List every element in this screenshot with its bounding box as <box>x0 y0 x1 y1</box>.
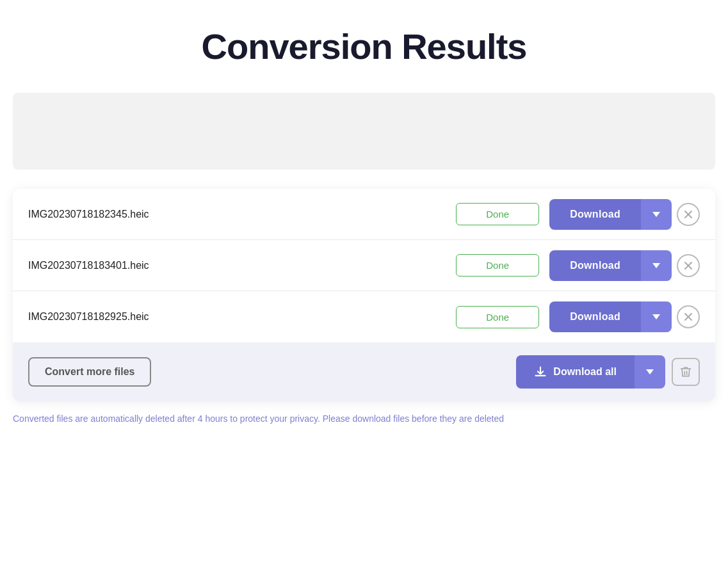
file-row: IMG20230718182925.heic Done Download <box>13 291 715 342</box>
chevron-down-icon <box>652 263 660 268</box>
chevron-down-icon <box>646 369 654 374</box>
done-badge-0: Done <box>456 203 539 225</box>
download-all-chevron-button[interactable] <box>635 355 665 389</box>
privacy-notice: Converted files are automatically delete… <box>13 412 715 426</box>
download-button-0[interactable]: Download <box>549 199 641 230</box>
results-card: IMG20230718182345.heic Done Download IMG… <box>13 189 715 401</box>
close-button-1[interactable] <box>677 254 700 277</box>
delete-all-button[interactable] <box>672 358 700 386</box>
page-wrapper: Conversion Results IMG20230718182345.hei… <box>0 0 728 451</box>
footer-row: Convert more files Download all <box>13 342 715 401</box>
download-all-group: Download all <box>516 355 700 389</box>
file-row: IMG20230718182345.heic Done Download <box>13 189 715 240</box>
close-icon <box>684 261 693 270</box>
trash-icon <box>679 365 692 378</box>
download-all-button[interactable]: Download all <box>516 355 635 389</box>
close-button-2[interactable] <box>677 305 700 328</box>
convert-more-button[interactable]: Convert more files <box>28 357 151 387</box>
file-row: IMG20230718183401.heic Done Download <box>13 240 715 291</box>
download-button-1[interactable]: Download <box>549 250 641 281</box>
done-badge-2: Done <box>456 306 539 328</box>
download-group-1: Download <box>549 250 700 281</box>
file-rows-container: IMG20230718182345.heic Done Download IMG… <box>13 189 715 342</box>
done-badge-1: Done <box>456 254 539 277</box>
close-icon <box>684 312 693 321</box>
page-title: Conversion Results <box>13 26 715 67</box>
download-group-0: Download <box>549 199 700 230</box>
download-chevron-button-1[interactable] <box>641 250 672 281</box>
file-name: IMG20230718182925.heic <box>28 311 446 323</box>
download-button-2[interactable]: Download <box>549 301 641 332</box>
close-button-0[interactable] <box>677 203 700 226</box>
close-icon <box>684 210 693 219</box>
file-name: IMG20230718183401.heic <box>28 260 446 271</box>
file-name: IMG20230718182345.heic <box>28 209 446 220</box>
download-chevron-button-2[interactable] <box>641 301 672 332</box>
download-all-icon <box>534 365 547 378</box>
chevron-down-icon <box>652 314 660 319</box>
chevron-down-icon <box>652 212 660 217</box>
ad-banner <box>13 93 715 170</box>
download-group-2: Download <box>549 301 700 332</box>
download-all-label: Download all <box>553 366 617 378</box>
download-chevron-button-0[interactable] <box>641 199 672 230</box>
